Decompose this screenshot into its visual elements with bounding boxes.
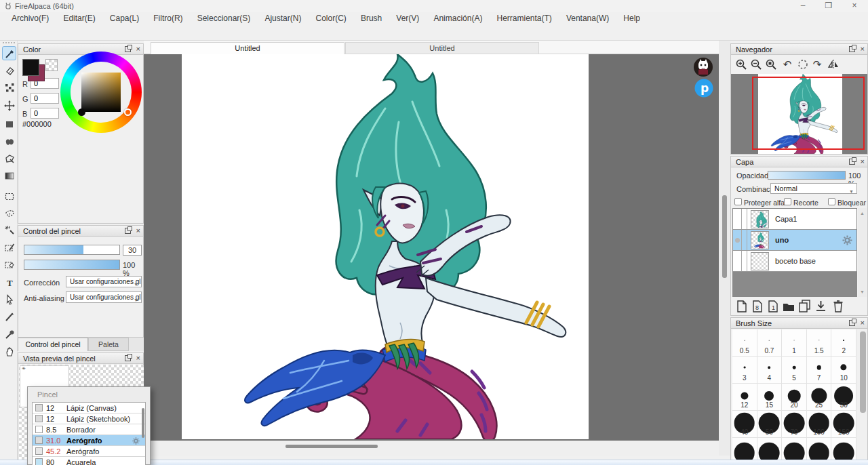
brush-item-selected[interactable]: 31.0 Aerógrafo <box>33 435 145 446</box>
brush-size-cell[interactable]: 70 <box>782 411 807 438</box>
brush-size-cell[interactable]: 20 <box>782 384 807 411</box>
brush-opacity-slider[interactable] <box>24 260 120 270</box>
float-panel-icon[interactable] <box>125 355 131 361</box>
rect-select-tool[interactable] <box>2 189 16 203</box>
text-tool[interactable]: T <box>2 275 16 289</box>
foreground-color-swatch[interactable] <box>22 59 39 76</box>
scroll-up-icon[interactable]: ▲ <box>860 211 865 216</box>
magic-wand-tool[interactable] <box>2 223 16 237</box>
color-wheel[interactable] <box>60 52 142 133</box>
tab-control-del-pincel[interactable]: Control del pincel <box>18 338 88 351</box>
brush-size-cell[interactable]: 0.7 <box>757 329 783 357</box>
rotate-cw-icon[interactable]: ↷ <box>810 58 824 71</box>
close-panel-icon[interactable]: × <box>136 226 140 235</box>
brush-size-cell[interactable]: 40 <box>732 411 757 438</box>
brush-size-cell[interactable]: 150 <box>831 411 856 438</box>
brush-size-cell[interactable]: 7 <box>807 357 832 384</box>
horizontal-scroll-thumb[interactable] <box>285 445 378 448</box>
brush-size-cell[interactable]: 0.5 <box>732 329 757 357</box>
polygon-fill-tool[interactable] <box>2 151 16 165</box>
menu-brush[interactable]: Brush <box>355 12 388 24</box>
menu-ver[interactable]: Ver(V) <box>390 12 425 24</box>
select-eraser-tool[interactable] <box>2 257 16 271</box>
layer-opacity-slider[interactable] <box>768 171 846 180</box>
zoom-out-icon[interactable] <box>749 58 763 71</box>
close-panel-icon[interactable]: × <box>861 319 865 327</box>
gradient-tool[interactable] <box>2 168 16 182</box>
brush-size-value[interactable]: 30 <box>123 245 142 256</box>
menu-color[interactable]: Color(C) <box>309 12 352 24</box>
brush-size-cell[interactable]: 25 <box>807 384 832 411</box>
brush-item[interactable]: 12 Lápiz (Sketchbook) <box>33 413 145 424</box>
lasso-select-tool[interactable] <box>2 206 16 220</box>
horizontal-scrollbar[interactable] <box>144 441 719 456</box>
tab-paleta[interactable]: Paleta <box>88 338 129 351</box>
menu-animacion[interactable]: Animación(A) <box>427 12 488 24</box>
layer-row-capa1[interactable]: Capa1 <box>733 209 856 230</box>
canvas-viewport[interactable]: p <box>144 54 719 441</box>
document-tab-inactive[interactable]: Untitled <box>345 42 539 54</box>
hand-tool[interactable] <box>2 344 16 358</box>
brush-size-cell[interactable]: 1.5 <box>807 329 832 357</box>
b-input[interactable] <box>31 108 59 119</box>
close-panel-icon[interactable]: × <box>136 354 140 363</box>
eraser-tool[interactable] <box>2 63 16 77</box>
select-pen-tool[interactable] <box>2 240 16 254</box>
close-panel-icon[interactable]: × <box>861 45 865 54</box>
brush-size-cell[interactable]: 50 <box>757 411 783 438</box>
sv-cursor[interactable] <box>78 108 85 116</box>
brush-size-cell[interactable]: 5 <box>782 357 807 384</box>
brush-size-slider[interactable] <box>24 245 120 255</box>
new-folder-icon[interactable] <box>783 302 795 312</box>
layer-settings-gear-icon[interactable] <box>842 235 852 245</box>
brush-size-cell[interactable]: 2 <box>831 329 856 357</box>
toolstrip-handle[interactable] <box>3 42 15 44</box>
brush-list-scroll-thumb[interactable] <box>142 408 144 438</box>
duplicate-layer-icon[interactable] <box>799 300 811 312</box>
shape-fill-tool[interactable] <box>2 117 16 131</box>
brush-list-window[interactable]: Pincel 12 Lápiz (Canvas) 12 Lápiz (Sketc… <box>27 386 151 465</box>
scroll-down-icon[interactable]: ▼ <box>860 289 865 294</box>
navigator-thumbnail[interactable] <box>731 74 867 154</box>
merge-down-icon[interactable] <box>815 300 827 312</box>
blend-dropdown[interactable]: Normal▼ <box>770 183 857 194</box>
maximize-button[interactable]: ❒ <box>816 0 841 12</box>
brush-tool[interactable] <box>2 46 16 60</box>
hue-cursor[interactable] <box>124 108 132 116</box>
float-panel-icon[interactable] <box>125 228 131 234</box>
brush-settings-gear-icon[interactable] <box>132 437 140 445</box>
brush-size-cell[interactable]: 1 <box>782 329 807 357</box>
document-tab-active[interactable]: Untitled <box>151 42 344 54</box>
menu-ajustar[interactable]: Ajustar(N) <box>258 12 307 24</box>
zoom-reset-icon[interactable] <box>764 58 778 71</box>
clipping-checkbox[interactable] <box>784 198 791 205</box>
move-tool[interactable] <box>2 98 16 113</box>
vertical-scrollbar[interactable] <box>719 41 730 456</box>
menu-archivo[interactable]: Archivo(F) <box>5 12 55 24</box>
brush-size-cell[interactable]: 4 <box>757 357 783 384</box>
brush-item[interactable]: 12 Lápiz (Canvas) <box>33 403 145 413</box>
brush-size-scroll-thumb[interactable] <box>860 331 866 413</box>
minimize-button[interactable]: – <box>791 0 815 12</box>
navigator-view-frame[interactable] <box>752 77 865 150</box>
delete-layer-icon[interactable] <box>833 300 844 312</box>
rotate-ccw-icon[interactable]: ↶ <box>781 58 794 71</box>
alpaca-avatar-icon[interactable] <box>693 57 713 77</box>
lock-checkbox[interactable] <box>828 198 835 205</box>
operation-pointer-tool[interactable] <box>2 292 16 306</box>
float-panel-icon[interactable] <box>849 320 855 326</box>
float-panel-icon[interactable] <box>849 159 855 165</box>
new-1bit-layer-icon[interactable]: 1 <box>768 300 778 312</box>
correction-dropdown[interactable]: Usar configuraciones gl▼ <box>66 276 142 287</box>
canvas-page[interactable] <box>182 54 589 439</box>
dot-tone-tool[interactable] <box>2 80 16 94</box>
brush-size-cell[interactable]: 15 <box>757 384 783 411</box>
pixiv-icon[interactable]: p <box>694 79 713 98</box>
new-8bit-layer-icon[interactable]: 8 <box>752 300 763 312</box>
menu-seleccionar[interactable]: Seleccionar(S) <box>191 12 257 24</box>
protect-alpha-checkbox[interactable] <box>734 198 742 205</box>
brush-size-cell[interactable]: 3 <box>732 357 757 384</box>
new-layer-icon[interactable] <box>736 300 747 312</box>
brush-item[interactable]: 80 Acuarela <box>33 457 145 465</box>
brush-size-cell[interactable]: 100 <box>807 411 832 438</box>
